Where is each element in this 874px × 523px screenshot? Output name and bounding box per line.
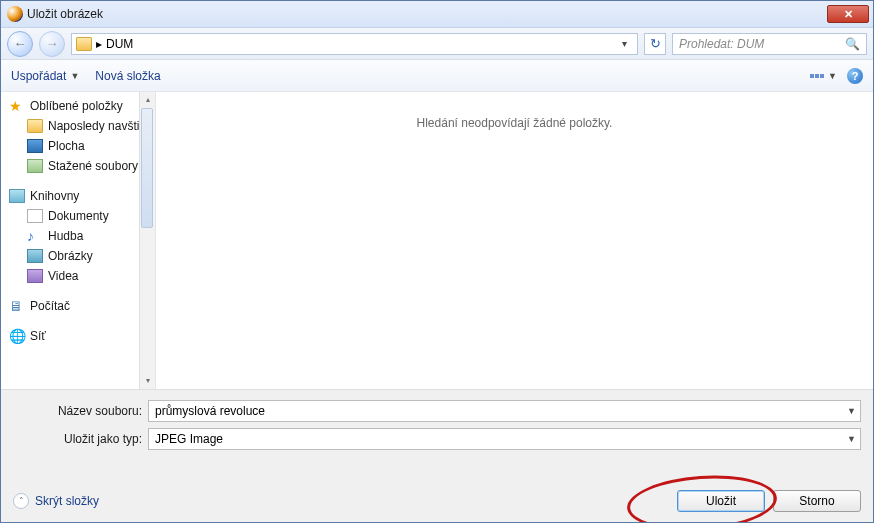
- firefox-icon: [7, 6, 23, 22]
- path-segment[interactable]: DUM: [106, 37, 133, 51]
- filename-value: průmyslová revoluce: [155, 404, 265, 418]
- filename-dropdown-icon[interactable]: ▼: [847, 406, 856, 416]
- tree-libraries[interactable]: Knihovny: [7, 186, 155, 206]
- titlebar: Uložit obrázek ✕: [1, 1, 873, 28]
- filetype-dropdown-icon[interactable]: ▼: [847, 434, 856, 444]
- downloads-icon: [27, 159, 43, 173]
- content-pane: Hledání neodpovídají žádné položky.: [156, 92, 873, 389]
- empty-message: Hledání neodpovídají žádné položky.: [417, 116, 613, 130]
- network-icon: 🌐: [9, 329, 25, 343]
- path-sep: ▸: [96, 37, 102, 51]
- window-title: Uložit obrázek: [27, 7, 827, 21]
- tree-videos[interactable]: Videa: [7, 266, 155, 286]
- document-icon: [27, 209, 43, 223]
- tree-desktop[interactable]: Plocha: [7, 136, 155, 156]
- libraries-icon: [9, 189, 25, 203]
- hide-folders-button[interactable]: ˄ Skrýt složky: [13, 493, 99, 509]
- tree-documents[interactable]: Dokumenty: [7, 206, 155, 226]
- pictures-icon: [27, 249, 43, 263]
- filetype-label: Uložit jako typ:: [13, 432, 148, 446]
- folder-icon: [27, 119, 43, 133]
- filetype-value: JPEG Image: [155, 432, 223, 446]
- forward-button[interactable]: →: [39, 31, 65, 57]
- address-bar[interactable]: ▸ DUM ▾: [71, 33, 638, 55]
- new-folder-label: Nová složka: [95, 69, 160, 83]
- filename-label: Název souboru:: [13, 404, 148, 418]
- refresh-button[interactable]: ↻: [644, 33, 666, 55]
- help-button[interactable]: ?: [847, 68, 863, 84]
- back-button[interactable]: ←: [7, 31, 33, 57]
- organize-menu[interactable]: Uspořádat ▼: [11, 69, 79, 83]
- close-button[interactable]: ✕: [827, 5, 869, 23]
- body: ★Oblíbené položky Naposledy navšti Ploch…: [1, 92, 873, 389]
- nav-tree: ★Oblíbené položky Naposledy navšti Ploch…: [1, 92, 156, 389]
- scrollbar-thumb[interactable]: [141, 108, 153, 228]
- music-icon: ♪: [27, 229, 43, 243]
- tree-computer[interactable]: 🖥Počítač: [7, 296, 155, 316]
- filetype-select[interactable]: JPEG Image ▼: [148, 428, 861, 450]
- computer-icon: 🖥: [9, 299, 25, 313]
- thumbnails-icon: [810, 74, 824, 78]
- filename-input[interactable]: průmyslová revoluce ▼: [148, 400, 861, 422]
- folder-icon: [76, 37, 92, 51]
- view-options-button[interactable]: ▼: [810, 71, 837, 81]
- tree-pictures[interactable]: Obrázky: [7, 246, 155, 266]
- search-icon: 🔍: [845, 37, 860, 51]
- star-icon: ★: [9, 99, 25, 113]
- footer: Název souboru: průmyslová revoluce ▼ Ulo…: [1, 389, 873, 522]
- organize-label: Uspořádat: [11, 69, 66, 83]
- new-folder-button[interactable]: Nová složka: [95, 69, 160, 83]
- address-dropdown-icon[interactable]: ▾: [616, 38, 633, 49]
- chevron-up-icon: ˄: [13, 493, 29, 509]
- tree-favorites[interactable]: ★Oblíbené položky: [7, 96, 155, 116]
- tree-recent[interactable]: Naposledy navšti: [7, 116, 155, 136]
- toolbar: Uspořádat ▼ Nová složka ▼ ?: [1, 60, 873, 92]
- tree-music[interactable]: ♪Hudba: [7, 226, 155, 246]
- save-button[interactable]: Uložit: [677, 490, 765, 512]
- chevron-down-icon: ▼: [70, 71, 79, 81]
- tree-network[interactable]: 🌐Síť: [7, 326, 155, 346]
- chevron-down-icon: ▼: [828, 71, 837, 81]
- cancel-button[interactable]: Storno: [773, 490, 861, 512]
- tree-downloads[interactable]: Stažené soubory: [7, 156, 155, 176]
- search-placeholder: Prohledat: DUM: [679, 37, 764, 51]
- nav-row: ← → ▸ DUM ▾ ↻ Prohledat: DUM 🔍: [1, 28, 873, 60]
- search-input[interactable]: Prohledat: DUM 🔍: [672, 33, 867, 55]
- hide-folders-label: Skrýt složky: [35, 494, 99, 508]
- videos-icon: [27, 269, 43, 283]
- tree-scrollbar[interactable]: [139, 92, 155, 389]
- desktop-icon: [27, 139, 43, 153]
